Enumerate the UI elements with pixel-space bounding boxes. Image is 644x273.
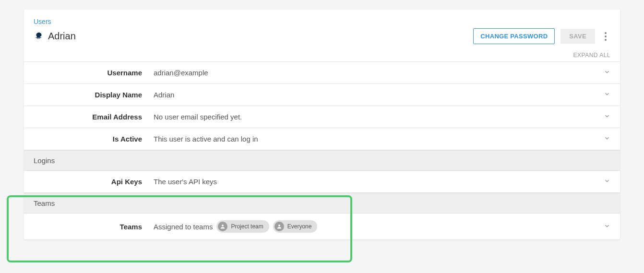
section-teams: Teams bbox=[24, 193, 620, 214]
label-username: Username bbox=[34, 69, 154, 77]
team-chip-project[interactable]: Project team bbox=[216, 220, 269, 233]
label-teams: Teams bbox=[34, 223, 154, 231]
teams-assigned-text: Assigned to teams bbox=[154, 223, 213, 231]
chevron-down-icon[interactable] bbox=[598, 178, 610, 186]
save-button: SAVE bbox=[561, 29, 595, 44]
expand-all-button[interactable]: EXPAND ALL bbox=[24, 49, 620, 62]
user-detail-card: Users Adrian CHANGE PASSWORD SAVE EXPAND… bbox=[24, 10, 620, 239]
octopus-avatar-icon bbox=[34, 31, 44, 42]
value-display-name: Adrian bbox=[154, 91, 598, 99]
chevron-down-icon[interactable] bbox=[598, 91, 610, 99]
row-email[interactable]: Email Address No user email specified ye… bbox=[24, 106, 620, 128]
row-is-active[interactable]: Is Active This user is active and can lo… bbox=[24, 128, 620, 150]
value-api-keys: The user's API keys bbox=[154, 178, 598, 186]
title-left: Adrian bbox=[34, 31, 76, 42]
title-right: CHANGE PASSWORD SAVE bbox=[473, 28, 610, 44]
row-teams[interactable]: Teams Assigned to teams Project team Eve… bbox=[24, 214, 620, 239]
label-is-active: Is Active bbox=[34, 135, 154, 143]
change-password-button[interactable]: CHANGE PASSWORD bbox=[473, 28, 555, 44]
value-is-active: This user is active and can log in bbox=[154, 135, 598, 143]
chevron-down-icon[interactable] bbox=[598, 113, 610, 121]
value-email: No user email specified yet. bbox=[154, 113, 598, 121]
page-title: Adrian bbox=[48, 31, 76, 42]
overflow-menu-button[interactable] bbox=[601, 29, 610, 44]
chip-label: Project team bbox=[231, 223, 263, 230]
section-logins: Logins bbox=[24, 150, 620, 171]
svg-point-1 bbox=[278, 225, 280, 226]
svg-point-0 bbox=[222, 225, 224, 226]
chevron-down-icon[interactable] bbox=[598, 135, 610, 143]
label-email: Email Address bbox=[34, 113, 154, 121]
chevron-down-icon[interactable] bbox=[598, 69, 610, 77]
breadcrumb-users[interactable]: Users bbox=[34, 18, 51, 25]
row-api-keys[interactable]: Api Keys The user's API keys bbox=[24, 171, 620, 193]
team-chip-everyone[interactable]: Everyone bbox=[273, 220, 318, 233]
label-display-name: Display Name bbox=[34, 91, 154, 99]
row-username[interactable]: Username adrian@example bbox=[24, 62, 620, 84]
card-header: Users Adrian CHANGE PASSWORD SAVE bbox=[24, 10, 620, 49]
value-username: adrian@example bbox=[154, 69, 598, 77]
person-icon bbox=[274, 222, 284, 231]
person-icon bbox=[218, 222, 227, 231]
chevron-down-icon[interactable] bbox=[598, 223, 610, 231]
title-row: Adrian CHANGE PASSWORD SAVE bbox=[34, 28, 610, 44]
value-teams: Assigned to teams Project team Everyone bbox=[154, 220, 598, 233]
row-display-name[interactable]: Display Name Adrian bbox=[24, 84, 620, 106]
label-api-keys: Api Keys bbox=[34, 178, 154, 186]
chip-label: Everyone bbox=[287, 223, 312, 230]
